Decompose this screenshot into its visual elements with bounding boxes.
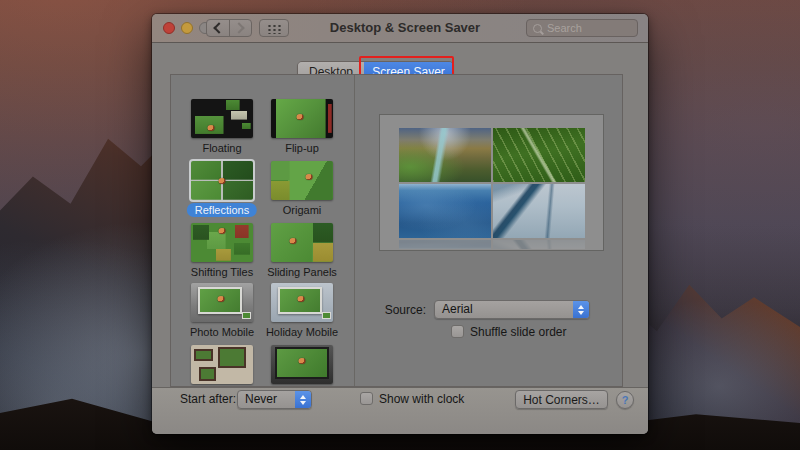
- source-popup[interactable]: Aerial: [434, 300, 590, 319]
- shuffle-checkbox[interactable]: [451, 325, 464, 338]
- start-after-label: Start after:: [180, 392, 236, 406]
- list-divider: [354, 75, 355, 386]
- screensaver-item-photo-mobile[interactable]: Photo Mobile: [191, 283, 253, 322]
- start-after-popup[interactable]: Never: [237, 390, 312, 409]
- screensaver-thumbnail[interactable]: [191, 99, 253, 138]
- source-popup-value: Aerial: [435, 301, 573, 318]
- screensaver-thumbnail[interactable]: [191, 283, 253, 322]
- shuffle-label: Shuffle slide order: [470, 325, 567, 339]
- search-icon: [533, 24, 542, 33]
- preview-photo-ice-floe: [493, 184, 585, 238]
- ladybug-icon: [217, 296, 224, 302]
- preview-photo-mountain-valley: [399, 128, 491, 182]
- screensaver-item-partial-b[interactable]: [271, 345, 333, 384]
- screensaver-label: Reflections: [187, 203, 257, 217]
- screensaver-label: Photo Mobile: [190, 326, 254, 338]
- hot-corners-button[interactable]: Hot Corners…: [515, 390, 608, 409]
- screensaver-item-floating[interactable]: Floating: [191, 99, 253, 138]
- chevron-left-icon: [213, 22, 224, 33]
- screensaver-thumbnail[interactable]: [271, 345, 333, 384]
- ladybug-icon: [207, 125, 214, 131]
- show-with-clock-label: Show with clock: [379, 392, 464, 406]
- start-after-value: Never: [238, 391, 295, 408]
- screensaver-item-origami[interactable]: Origami: [271, 161, 333, 200]
- screensaver-thumbnail[interactable]: [271, 223, 333, 262]
- screensaver-label: Floating: [202, 142, 241, 154]
- screensaver-label: Holiday Mobile: [266, 326, 338, 338]
- ladybug-icon: [306, 174, 313, 180]
- close-button[interactable]: [163, 22, 175, 34]
- screensaver-thumbnail[interactable]: [271, 161, 333, 200]
- screensaver-item-reflections[interactable]: Reflections: [191, 161, 253, 200]
- source-label: Source:: [321, 303, 426, 317]
- nav-button-group: [206, 19, 252, 37]
- window-title: Desktop & Screen Saver: [292, 14, 518, 42]
- popup-stepper-icon: [573, 301, 589, 318]
- show-with-clock-checkbox[interactable]: [360, 392, 373, 405]
- grid-icon: [266, 23, 283, 34]
- screensaver-label: Sliding Panels: [267, 266, 337, 278]
- screensaver-thumbnail[interactable]: [191, 161, 253, 200]
- screenshot-stage: Desktop & Screen Saver Search Desktop Sc…: [0, 0, 800, 450]
- minimize-button[interactable]: [181, 22, 193, 34]
- help-button[interactable]: ?: [616, 391, 634, 409]
- search-placeholder: Search: [547, 22, 582, 34]
- show-all-button[interactable]: [259, 19, 289, 37]
- ladybug-icon: [296, 114, 303, 120]
- screensaver-thumbnail[interactable]: [271, 99, 333, 138]
- back-button[interactable]: [207, 20, 229, 36]
- screensaver-item-partial-a[interactable]: [191, 345, 253, 384]
- forward-button[interactable]: [229, 20, 252, 36]
- screensaver-thumbnail[interactable]: [191, 345, 253, 384]
- chevron-right-icon: [234, 22, 245, 33]
- screensaver-label: Origami: [283, 204, 322, 216]
- ladybug-icon: [219, 178, 226, 184]
- title-bar[interactable]: Desktop & Screen Saver Search: [152, 14, 648, 43]
- screensaver-label: Flip-up: [285, 142, 319, 154]
- preview-photo-blue-sea: [399, 184, 491, 238]
- preview-photo-green-fields: [493, 128, 585, 182]
- search-field[interactable]: Search: [526, 19, 638, 37]
- ladybug-icon: [290, 238, 297, 244]
- screensaver-item-flip-up[interactable]: Flip-up: [271, 99, 333, 138]
- traffic-lights: [163, 22, 211, 34]
- screensaver-label: Shifting Tiles: [191, 266, 253, 278]
- ladybug-icon: [219, 228, 226, 234]
- ladybug-icon: [297, 296, 304, 302]
- ladybug-icon: [299, 358, 306, 364]
- preview-reflection: [399, 240, 585, 249]
- bottom-bar: Start after: Never Show with clock Hot C…: [152, 387, 648, 434]
- screensaver-item-sliding-panels[interactable]: Sliding Panels: [271, 223, 333, 262]
- screensaver-item-shifting-tiles[interactable]: Shifting Tiles: [191, 223, 253, 262]
- preview-photo-grid: [399, 128, 585, 238]
- popup-stepper-icon: [295, 391, 311, 408]
- preview-box: [379, 114, 604, 251]
- system-preferences-window: Desktop & Screen Saver Search Desktop Sc…: [152, 14, 648, 434]
- screensaver-thumbnail[interactable]: [191, 223, 253, 262]
- content-well: FloatingFlip-upReflectionsOrigamiShiftin…: [170, 74, 623, 387]
